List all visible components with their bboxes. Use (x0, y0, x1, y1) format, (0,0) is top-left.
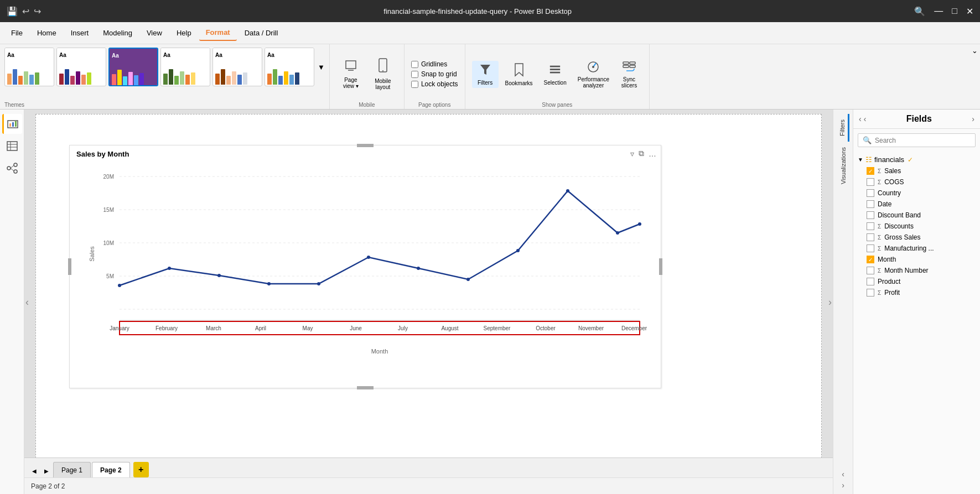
redo-icon[interactable]: ↪ (34, 6, 41, 17)
fields-search-input[interactable] (875, 137, 971, 144)
fields-expand[interactable]: › (972, 115, 974, 123)
save-icon[interactable]: 💾 (7, 6, 18, 17)
menu-view[interactable]: View (140, 25, 169, 40)
field-manufacturing-checkbox[interactable] (867, 245, 874, 252)
fields-list: ▼ ☷ financials ✓ ✓ Σ Sales Σ COGS Countr… (853, 152, 980, 494)
page-view-button[interactable]: Pageview ▾ (336, 57, 365, 91)
search-icon[interactable]: 🔍 (914, 6, 925, 17)
model-view-icon[interactable] (2, 158, 22, 178)
minimize-button[interactable]: — (934, 6, 943, 16)
snap-to-grid-checkbox[interactable]: Snap to grid (411, 70, 458, 78)
theme-card-3[interactable]: Aa (108, 48, 158, 86)
field-discounts[interactable]: Σ Discounts (853, 221, 980, 232)
theme-card-5[interactable]: Aa (212, 48, 262, 86)
resize-handle-bottom[interactable] (357, 386, 374, 389)
svg-rect-19 (7, 142, 17, 150)
page-tab-2[interactable]: Page 2 (92, 462, 130, 477)
report-view-icon[interactable] (2, 114, 22, 134)
field-profit[interactable]: Σ Profit (853, 287, 980, 298)
mobile-layout-label: Mobilelayout (375, 78, 391, 90)
field-product-checkbox[interactable] (867, 278, 874, 285)
field-discount-band[interactable]: Discount Band (853, 210, 980, 221)
sigma-sales-icon: Σ (878, 168, 881, 174)
theme-card-6[interactable]: Aa (265, 48, 314, 86)
canvas-wrapper: ‹ › Sales by Month ▿ ⧉ … (24, 110, 833, 494)
field-month-number[interactable]: Σ Month Number (853, 265, 980, 276)
field-date-checkbox[interactable] (867, 200, 874, 208)
field-month[interactable]: ✓ Month (853, 254, 980, 265)
field-discount-band-checkbox[interactable] (867, 211, 874, 219)
menu-insert[interactable]: Insert (64, 25, 96, 40)
menu-file[interactable]: File (4, 25, 29, 40)
field-country-checkbox[interactable] (867, 189, 874, 197)
bookmarks-pane-button[interactable]: Bookmarks (501, 60, 537, 89)
sync-slicers-button[interactable]: Syncslicers (616, 58, 642, 91)
close-button[interactable]: ✕ (966, 6, 973, 17)
selection-pane-button[interactable]: Selection (540, 61, 571, 88)
fields-search-box[interactable]: 🔍 (858, 133, 976, 147)
mobile-layout-button[interactable]: Mobilelayout (369, 56, 397, 92)
field-sales-checkbox[interactable]: ✓ (867, 167, 874, 175)
menu-help[interactable]: Help (170, 25, 198, 40)
chart-title: Sales by Month (76, 150, 129, 158)
filters-pane-button[interactable]: Filters (472, 61, 499, 88)
data-view-icon[interactable] (2, 136, 22, 156)
filters-side-tab[interactable]: Filters (837, 114, 849, 142)
resize-handle-left[interactable] (68, 258, 71, 275)
field-date[interactable]: Date (853, 199, 980, 210)
field-product[interactable]: Product (853, 276, 980, 287)
field-cogs-checkbox[interactable] (867, 178, 874, 186)
svg-point-38 (118, 284, 121, 287)
menu-home[interactable]: Home (30, 25, 63, 40)
svg-point-49 (638, 222, 641, 226)
pane-nav-right[interactable]: › (842, 481, 844, 490)
field-profit-checkbox[interactable] (867, 289, 874, 297)
field-gross-sales-checkbox[interactable] (867, 233, 874, 241)
themes-dropdown[interactable]: ▼ (318, 63, 325, 71)
theme-card-2[interactable]: Aa (56, 48, 106, 86)
selection-icon (549, 63, 561, 80)
fields-nav-fwd[interactable]: ‹ (864, 115, 867, 123)
menu-data-drill[interactable]: Data / Drill (238, 25, 285, 40)
chart-container[interactable]: Sales by Month ▿ ⧉ … (69, 145, 661, 388)
field-discounts-checkbox[interactable] (867, 222, 874, 230)
canvas-next-arrow[interactable]: › (828, 296, 832, 308)
resize-handle-right[interactable] (659, 258, 662, 275)
fields-nav-back[interactable]: ‹ (859, 115, 862, 123)
visualizations-side-tab[interactable]: Visualizations (838, 142, 849, 190)
canvas-prev-arrow[interactable]: ‹ (25, 296, 29, 308)
field-gross-sales[interactable]: Σ Gross Sales (853, 232, 980, 243)
tab-next-button[interactable]: ▶ (41, 464, 52, 477)
page-tab-1[interactable]: Page 1 (53, 462, 91, 477)
show-panes-group: Filters Bookmarks Selection (465, 44, 650, 109)
financials-group-header[interactable]: ▼ ☷ financials ✓ (853, 154, 980, 165)
collapse-ribbon-button[interactable]: ⌄ (969, 44, 980, 109)
theme-card-1[interactable]: Aa (4, 48, 54, 86)
menu-format[interactable]: Format (199, 25, 237, 41)
field-month-checkbox[interactable]: ✓ (867, 256, 874, 263)
svg-point-43 (367, 256, 370, 259)
performance-analyzer-button[interactable]: Performanceanalyzer (573, 58, 614, 91)
chart-more-icon[interactable]: … (649, 149, 656, 158)
field-country[interactable]: Country (853, 188, 980, 199)
gridlines-checkbox[interactable]: Gridlines (411, 60, 458, 68)
tab-prev-button[interactable]: ◀ (29, 464, 40, 477)
field-month-number-checkbox[interactable] (867, 267, 874, 274)
svg-marker-5 (515, 64, 523, 76)
field-sales[interactable]: ✓ Σ Sales (853, 165, 980, 176)
field-manufacturing[interactable]: Σ Manufacturing ... (853, 243, 980, 254)
chart-filter-icon[interactable]: ▿ (630, 149, 634, 158)
theme-card-4[interactable]: Aa (160, 48, 210, 86)
field-cogs[interactable]: Σ COGS (853, 176, 980, 188)
maximize-button[interactable]: □ (952, 6, 957, 16)
chart-focus-icon[interactable]: ⧉ (639, 149, 644, 158)
lock-objects-checkbox[interactable]: Lock objects (411, 80, 458, 88)
pane-nav-left[interactable]: ‹ (842, 470, 844, 479)
menu-bar: File Home Insert Modeling View Help Form… (0, 22, 980, 44)
undo-icon[interactable]: ↩ (22, 6, 29, 17)
add-page-button[interactable]: + (133, 462, 149, 477)
fields-search-icon: 🔍 (863, 136, 872, 144)
menu-modeling[interactable]: Modeling (96, 25, 139, 40)
resize-handle-top[interactable] (357, 144, 374, 147)
window-controls: 🔍 — □ ✕ (914, 6, 973, 17)
